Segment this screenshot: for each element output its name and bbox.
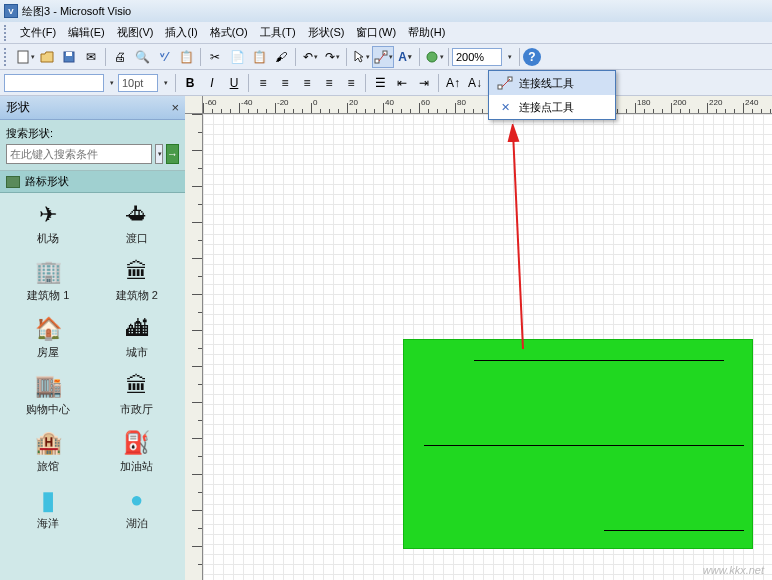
shapes-panel-header: 形状 × xyxy=(0,96,185,120)
shape-item[interactable]: 🏬购物中心 xyxy=(13,372,83,417)
shape-line xyxy=(604,530,744,531)
font-size-input[interactable] xyxy=(118,74,158,92)
align-left-button[interactable]: ≡ xyxy=(252,72,274,94)
spellcheck-button[interactable]: ᵛ⁄ xyxy=(153,46,175,68)
separator xyxy=(365,74,366,92)
shape-label: 加油站 xyxy=(102,459,172,474)
shapes-button[interactable]: ▾ xyxy=(423,46,445,68)
print-button[interactable]: 🖨 xyxy=(109,46,131,68)
fontsize-dropdown[interactable]: ▾ xyxy=(158,72,172,94)
pointer-tool-button[interactable]: ▾ xyxy=(350,46,372,68)
italic-button[interactable]: I xyxy=(201,72,223,94)
shape-item[interactable]: 🏠房屋 xyxy=(13,315,83,360)
shape-item[interactable]: 🏛市政厅 xyxy=(102,372,172,417)
menu-help[interactable]: 帮助(H) xyxy=(402,23,451,42)
shape-label: 市政厅 xyxy=(102,402,172,417)
new-button[interactable]: ▾ xyxy=(14,46,36,68)
bullets-button[interactable]: ☰ xyxy=(369,72,391,94)
align-center-button[interactable]: ≡ xyxy=(274,72,296,94)
distribute-button[interactable]: ≡ xyxy=(340,72,362,94)
menu-format[interactable]: 格式(O) xyxy=(204,23,254,42)
app-icon: V xyxy=(4,4,18,18)
menu-view[interactable]: 视图(V) xyxy=(111,23,160,42)
search-dropdown[interactable]: ▾ xyxy=(155,144,163,164)
titlebar: V 绘图3 - Microsoft Visio xyxy=(0,0,772,22)
search-label: 搜索形状: xyxy=(6,126,179,141)
menu-window[interactable]: 窗口(W) xyxy=(350,23,402,42)
cut-button[interactable]: ✂ xyxy=(204,46,226,68)
separator xyxy=(105,48,106,66)
shape-item[interactable]: 🏛建筑物 2 xyxy=(102,258,172,303)
text-tool-button[interactable]: A▾ xyxy=(394,46,416,68)
connector-line-tool-item[interactable]: 连接线工具 xyxy=(489,71,615,95)
shape-label: 渡口 xyxy=(102,231,172,246)
shape-item[interactable]: 🏙城市 xyxy=(102,315,172,360)
shape-glyph-icon: 🏠 xyxy=(13,315,83,343)
email-button[interactable]: ✉ xyxy=(80,46,102,68)
zoom-dropdown[interactable]: ▾ xyxy=(502,46,516,68)
open-button[interactable] xyxy=(36,46,58,68)
shape-glyph-icon: 🏙 xyxy=(102,315,172,343)
menu-shape[interactable]: 形状(S) xyxy=(302,23,351,42)
main-area: 形状 × 搜索形状: ▾ → 路标形状 ✈机场⛴渡口🏢建筑物 1🏛建筑物 2🏠房… xyxy=(0,96,772,580)
shape-item[interactable]: ✈机场 xyxy=(13,201,83,246)
save-button[interactable] xyxy=(58,46,80,68)
shape-item[interactable]: 🏨旅馆 xyxy=(13,429,83,474)
help-button[interactable]: ? xyxy=(523,48,541,66)
toolbar-grip[interactable] xyxy=(4,48,10,66)
paste-button[interactable]: 📋 xyxy=(248,46,270,68)
shape-glyph-icon: 🏬 xyxy=(13,372,83,400)
menu-edit[interactable]: 编辑(E) xyxy=(62,23,111,42)
font-family-input[interactable] xyxy=(4,74,104,92)
connection-point-tool-item[interactable]: ✕ 连接点工具 xyxy=(489,95,615,119)
separator xyxy=(419,48,420,66)
shape-search-input[interactable] xyxy=(6,144,152,164)
close-panel-button[interactable]: × xyxy=(171,100,179,115)
underline-button[interactable]: U xyxy=(223,72,245,94)
svg-rect-3 xyxy=(375,59,379,63)
drawing-canvas[interactable]: www.kkx.net xyxy=(203,114,772,580)
bold-button[interactable]: B xyxy=(179,72,201,94)
print-preview-button[interactable]: 🔍 xyxy=(131,46,153,68)
menu-insert[interactable]: 插入(I) xyxy=(159,23,203,42)
svg-point-6 xyxy=(427,52,437,62)
shape-label: 购物中心 xyxy=(13,402,83,417)
stencil-icon xyxy=(6,176,20,188)
indent-inc-button[interactable]: ⇥ xyxy=(413,72,435,94)
svg-rect-7 xyxy=(498,85,502,89)
window-title: 绘图3 - Microsoft Visio xyxy=(22,4,131,19)
shape-glyph-icon: 🏨 xyxy=(13,429,83,457)
ruler-corner xyxy=(185,96,203,114)
zoom-input[interactable] xyxy=(452,48,502,66)
shape-item[interactable]: ▮海洋 xyxy=(13,486,83,531)
svg-rect-2 xyxy=(66,52,72,56)
svg-rect-0 xyxy=(18,51,28,63)
align-justify-button[interactable]: ≡ xyxy=(318,72,340,94)
separator xyxy=(448,48,449,66)
vertical-ruler xyxy=(185,114,203,580)
copy-button[interactable]: 📄 xyxy=(226,46,248,68)
shapes-grid: ✈机场⛴渡口🏢建筑物 1🏛建筑物 2🏠房屋🏙城市🏬购物中心🏛市政厅🏨旅馆⛽加油站… xyxy=(0,193,185,580)
font-inc-button[interactable]: A↑ xyxy=(442,72,464,94)
menu-file[interactable]: 文件(F) xyxy=(14,23,62,42)
green-rectangle-shape[interactable] xyxy=(403,339,753,549)
search-go-button[interactable]: → xyxy=(166,144,179,164)
shape-item[interactable]: ⛽加油站 xyxy=(102,429,172,474)
shape-item[interactable]: ⛴渡口 xyxy=(102,201,172,246)
shape-item[interactable]: 🏢建筑物 1 xyxy=(13,258,83,303)
font-dropdown[interactable]: ▾ xyxy=(104,72,118,94)
research-button[interactable]: 📋 xyxy=(175,46,197,68)
separator xyxy=(248,74,249,92)
menu-tools[interactable]: 工具(T) xyxy=(254,23,302,42)
font-dec-button[interactable]: A↓ xyxy=(464,72,486,94)
format-painter-button[interactable]: 🖌 xyxy=(270,46,292,68)
align-right-button[interactable]: ≡ xyxy=(296,72,318,94)
connector-tool-button[interactable]: ▾ xyxy=(372,46,394,68)
redo-button[interactable]: ↷▾ xyxy=(321,46,343,68)
shape-glyph-icon: ▮ xyxy=(13,486,83,514)
undo-button[interactable]: ↶▾ xyxy=(299,46,321,68)
menubar-grip[interactable] xyxy=(4,25,10,41)
stencil-header[interactable]: 路标形状 xyxy=(0,171,185,193)
shape-item[interactable]: ●湖泊 xyxy=(102,486,172,531)
indent-dec-button[interactable]: ⇤ xyxy=(391,72,413,94)
